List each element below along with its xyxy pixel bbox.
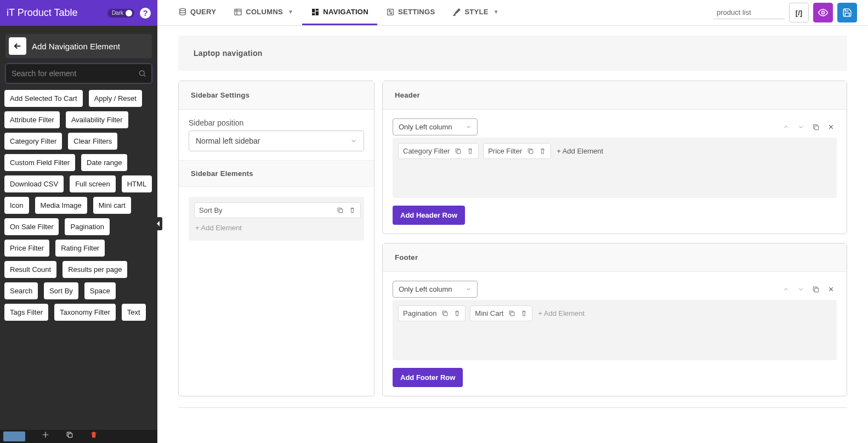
remove-row-icon[interactable] <box>825 121 837 133</box>
palette-chip[interactable]: Icon <box>4 197 29 214</box>
sidebar-position-label: Sidebar position <box>189 118 364 127</box>
palette-chip[interactable]: Rating Filter <box>55 240 105 257</box>
add-element-link[interactable]: + Add Element <box>536 305 587 322</box>
element-chip-category-filter[interactable]: Category Filter <box>398 143 479 159</box>
palette-chip[interactable]: Pagination <box>65 218 109 235</box>
shortcode-button[interactable]: [/] <box>789 3 809 22</box>
duplicate-row-icon[interactable] <box>810 121 822 133</box>
svg-rect-5 <box>316 9 319 10</box>
move-down-icon[interactable] <box>795 121 807 133</box>
svg-rect-17 <box>444 312 448 316</box>
palette-chip[interactable]: Date range <box>81 154 127 171</box>
footer-column-mode-select[interactable]: Only Left column <box>393 281 478 298</box>
preview-button[interactable] <box>813 3 833 22</box>
caret-down-icon: ▼ <box>288 9 293 15</box>
dark-label: Dark <box>112 10 123 16</box>
tab-settings[interactable]: SETTINGS <box>377 0 444 25</box>
footer-row-zone[interactable]: Pagination Mini Cart + Add Element <box>393 300 837 360</box>
svg-rect-6 <box>316 11 319 15</box>
palette-chip[interactable]: Results per page <box>63 261 127 278</box>
element-chip-sortby[interactable]: Sort By <box>194 202 361 218</box>
palette-chip[interactable]: Space <box>84 282 116 299</box>
back-button[interactable] <box>9 37 26 55</box>
header-column-mode-select[interactable]: Only Left column <box>393 118 478 135</box>
duplicate-row-icon[interactable] <box>810 283 822 296</box>
palette-chip[interactable]: On Sale Filter <box>4 218 59 235</box>
palette-chip[interactable]: Taxonomy Filter <box>54 304 116 321</box>
palette-chip[interactable]: Result Count <box>4 261 56 278</box>
move-up-icon[interactable] <box>780 283 792 295</box>
palette-chip[interactable]: Add Selected To Cart <box>4 90 83 107</box>
trash-icon[interactable] <box>453 310 461 317</box>
help-icon[interactable]: ? <box>140 8 151 19</box>
element-palette: Add Selected To CartApply / ResetAttribu… <box>0 90 157 321</box>
palette-chip[interactable]: Search <box>4 282 38 299</box>
palette-chip[interactable]: Full screen <box>70 175 116 192</box>
svg-point-0 <box>140 71 145 76</box>
copy-icon[interactable] <box>455 147 462 155</box>
sidebar-settings-panel: Sidebar Settings Sidebar position Normal… <box>178 81 375 396</box>
palette-chip[interactable]: Clear Filters <box>68 133 117 150</box>
sidebar-footer <box>0 430 157 443</box>
svg-point-9 <box>389 10 390 12</box>
copy-icon[interactable] <box>441 310 449 317</box>
trash-icon[interactable] <box>539 147 546 155</box>
add-header-row-button[interactable]: Add Header Row <box>393 206 465 225</box>
sidebar-position-select[interactable]: Normal left sidebar <box>189 130 364 151</box>
palette-chip[interactable]: Text <box>122 304 146 321</box>
delete-icon[interactable] <box>90 430 98 439</box>
trash-icon[interactable] <box>467 147 474 155</box>
palette-chip[interactable]: Download CSV <box>4 175 64 192</box>
tab-query[interactable]: QUERY <box>169 0 225 25</box>
tab-columns[interactable]: COLUMNS ▼ <box>225 0 302 25</box>
palette-chip[interactable]: Custom Field Filter <box>4 154 75 171</box>
move-up-icon[interactable] <box>780 121 792 133</box>
left-sidebar: iT Product Table Dark ? Add Navigation E… <box>0 0 157 443</box>
palette-chip[interactable]: Apply / Reset <box>89 90 142 107</box>
database-icon <box>178 8 187 16</box>
element-chip-pagination[interactable]: Pagination <box>398 305 466 321</box>
add-footer-row-button[interactable]: Add Footer Row <box>393 368 463 387</box>
search-icon <box>138 70 146 78</box>
remove-row-icon[interactable] <box>825 283 837 295</box>
sidebar-header: iT Product Table Dark ? <box>0 0 157 26</box>
element-chip-mini-cart[interactable]: Mini Cart <box>470 305 532 321</box>
sidebar-elements-zone[interactable]: Sort By + Add Element <box>189 197 364 241</box>
tab-style[interactable]: STYLE ▼ <box>444 0 508 25</box>
copy-icon[interactable] <box>337 207 344 214</box>
chevron-down-icon <box>466 124 472 130</box>
divider <box>178 407 847 408</box>
trash-icon[interactable] <box>520 310 527 317</box>
copy-icon[interactable] <box>66 430 73 439</box>
chevron-down-icon <box>466 286 472 292</box>
copy-icon[interactable] <box>527 147 534 155</box>
collapse-sidebar-button[interactable] <box>155 217 162 230</box>
palette-chip[interactable]: Tags Filter <box>4 304 48 321</box>
add-element-link[interactable]: + Add Element <box>193 219 244 236</box>
palette-chip[interactable]: Price Filter <box>4 240 49 257</box>
preview-thumb[interactable] <box>3 431 25 441</box>
trash-icon[interactable] <box>349 207 356 214</box>
copy-icon[interactable] <box>508 310 515 317</box>
palette-chip[interactable]: Category Filter <box>4 133 62 150</box>
element-chip-price-filter[interactable]: Price Filter <box>483 143 551 159</box>
palette-chip[interactable]: Media Image <box>35 197 87 214</box>
tab-navigation[interactable]: NAVIGATION <box>302 0 377 25</box>
svg-rect-4 <box>312 9 315 13</box>
palette-chip[interactable]: Mini cart <box>93 197 131 214</box>
table-name-input[interactable] <box>713 6 785 19</box>
add-icon[interactable] <box>42 430 49 439</box>
palette-chip[interactable]: Attribute Filter <box>4 111 60 128</box>
save-button[interactable] <box>837 3 857 22</box>
header-row-zone[interactable]: Category Filter Price Filter + Add Elem <box>393 138 837 198</box>
toggle-knob <box>126 10 132 16</box>
header-panel-heading: Header <box>383 81 847 110</box>
palette-chip[interactable]: HTML <box>122 175 152 192</box>
dark-mode-toggle[interactable]: Dark <box>107 9 134 18</box>
add-element-link[interactable]: + Add Element <box>554 143 605 160</box>
move-down-icon[interactable] <box>795 283 807 295</box>
palette-chip[interactable]: Sort By <box>44 282 78 299</box>
svg-rect-16 <box>815 288 819 292</box>
palette-chip[interactable]: Availability Filter <box>66 111 128 128</box>
search-input[interactable] <box>5 64 152 83</box>
